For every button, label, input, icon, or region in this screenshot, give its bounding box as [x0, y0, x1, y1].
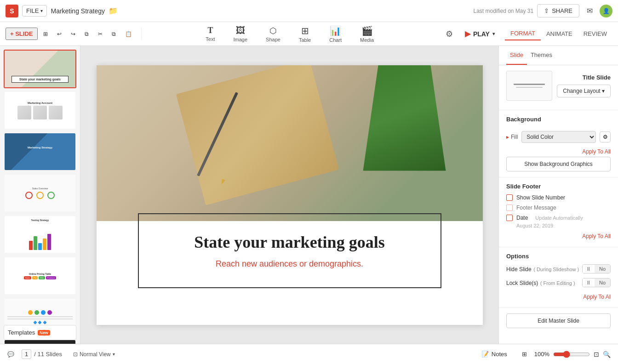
notes-icon: 📝 — [481, 351, 489, 358]
notes-button[interactable]: 📝 Notes — [481, 351, 507, 358]
tab-slide[interactable]: Slide — [506, 46, 527, 65]
edit-master-label: Edit Master Slide — [538, 318, 579, 324]
share-button[interactable]: ⇧ SHARE — [537, 4, 579, 17]
apply-to-all-bg-label: Apply To All — [582, 148, 611, 155]
zoom-controls: 100% ⊡ 🔍 — [534, 351, 611, 358]
slide-thumb-img-5: Testing Strategy — [5, 216, 75, 253]
add-slide-button[interactable]: + SLIDE — [6, 28, 38, 40]
view-mode-button[interactable]: ⊡ Normal View ▾ — [69, 349, 119, 359]
undo-button[interactable]: ↩ — [53, 29, 65, 39]
page-current[interactable]: 1 — [22, 349, 31, 359]
layout-name: Title Slide — [583, 74, 611, 81]
tab-themes[interactable]: Themes — [527, 46, 556, 65]
apply-to-ai-button[interactable]: Apply To AI — [506, 292, 611, 302]
comment-icon: 💬 — [7, 351, 14, 358]
media-tool[interactable]: 🎬 Media — [356, 23, 378, 45]
cut-button[interactable]: ✂ — [94, 29, 106, 39]
slide-subtitle: Reach new audiences or demographics. — [162, 259, 418, 269]
options-section: Options Hide Slide ( During Slideshow ) … — [499, 247, 618, 308]
avatar: 👤 — [600, 5, 612, 17]
toolbar-left-section: + SLIDE ⊞ ↩ ↪ ⧉ ✂ ⧉ 📋 — [0, 28, 142, 40]
slide-thumb-img-4: Sales Overview — [5, 175, 75, 211]
slide-thumbnail-6[interactable]: 6 Online Pricing Table Basic Pro Elite P… — [4, 256, 76, 295]
hide-slide-sub: ( During Slideshow ) — [533, 267, 579, 272]
settings-icon[interactable]: ⚙ — [444, 27, 455, 41]
apply-to-ai-label: Apply To AI — [583, 294, 611, 300]
file-menu-button[interactable]: FILE ▾ — [22, 5, 47, 17]
templates-button[interactable]: Templates New — [4, 325, 76, 340]
change-layout-button[interactable]: Change Layout ▾ — [557, 85, 611, 97]
lock-slide-toggle[interactable]: II No — [582, 278, 611, 287]
notes-label: Notes — [492, 351, 507, 358]
show-background-graphics-button[interactable]: Show Background Graphics — [506, 157, 611, 171]
table-label: Table — [299, 37, 311, 43]
tab-review[interactable]: REVIEW — [578, 27, 612, 40]
apply-to-all-footer-button[interactable]: Apply To All — [506, 231, 611, 241]
chart-label: Chart — [329, 37, 342, 43]
format-tabs: FORMAT ANIMATE REVIEW — [505, 27, 612, 40]
text-tool[interactable]: T Text — [202, 24, 218, 44]
zoom-percentage: 100% — [534, 351, 549, 358]
table-icon: ⊞ — [301, 25, 309, 36]
app-logo: S — [6, 5, 18, 17]
layout-view-button[interactable]: ⊞ — [40, 29, 52, 39]
date-checkbox[interactable] — [506, 215, 513, 221]
show-slide-number-checkbox[interactable] — [506, 194, 513, 201]
slide-canvas[interactable]: State your marketing goals Reach new aud… — [97, 65, 483, 325]
zoom-out-icon[interactable]: 🔍 — [603, 351, 611, 358]
copy-button[interactable]: ⧉ — [108, 29, 120, 39]
grid-view-button[interactable]: ⊞ — [522, 351, 527, 358]
slide-thumbnail-5[interactable]: 5 Testing Strategy — [4, 215, 76, 254]
footer-message-row — [506, 205, 611, 211]
fill-settings-icon[interactable]: ⚙ — [600, 131, 611, 142]
slide-thumb-img-8 — [5, 340, 75, 344]
footer-message-input[interactable] — [516, 205, 611, 211]
image-tool[interactable]: 🖼 Image — [230, 23, 252, 44]
zoom-fit-icon[interactable]: ⊡ — [594, 351, 599, 358]
date-row: Date Update Automatically — [506, 215, 611, 221]
media-label: Media — [360, 37, 374, 43]
text-label: Text — [206, 36, 215, 42]
shape-tool[interactable]: ⬡ Shape — [262, 24, 284, 44]
new-badge: New — [38, 330, 50, 336]
chart-tool[interactable]: 📊 Chart — [326, 23, 345, 45]
slide-thumbnail-3[interactable]: 3 Marketing Strategy — [4, 132, 76, 171]
add-slide-label: + SLIDE — [10, 30, 33, 37]
slide-thumbnail-2[interactable]: 2 Marketing Account — [4, 91, 76, 130]
footer-message-checkbox[interactable] — [506, 205, 513, 211]
tab-format[interactable]: FORMAT — [505, 27, 541, 40]
slide-thumbnail-4[interactable]: 4 Sales Overview — [4, 174, 76, 212]
hide-slide-toggle[interactable]: II No — [582, 264, 611, 273]
comment-button[interactable]: 💬 — [7, 351, 14, 358]
slide-background-image — [97, 65, 483, 221]
messages-icon[interactable]: ✉ — [583, 5, 596, 17]
slide-content-box[interactable]: State your marketing goals Reach new aud… — [138, 213, 441, 288]
play-button[interactable]: ▶ PLAY ▾ — [458, 27, 501, 41]
paste-button[interactable]: 📋 — [121, 29, 136, 39]
lock-slide-toggle-no[interactable]: No — [595, 279, 610, 287]
toolbar: + SLIDE ⊞ ↩ ↪ ⧉ ✂ ⧉ 📋 T Text 🖼 Image ⬡ S… — [0, 22, 618, 46]
redo-button[interactable]: ↪ — [67, 29, 79, 39]
fill-type-select[interactable]: Solid Color Gradient Image None — [521, 131, 596, 143]
fill-label: ▶ Fill — [506, 134, 518, 140]
duplicate-button[interactable]: ⧉ — [81, 29, 92, 39]
slide-title: State your marketing goals — [162, 233, 418, 252]
slide-thumbnail-1[interactable]: 1 State your marketing goals — [4, 50, 76, 88]
tab-animate[interactable]: ANIMATE — [541, 27, 578, 40]
hide-slide-toggle-ii[interactable]: II — [583, 265, 595, 273]
right-panel: Slide Themes Title Slide Change Layout ▾ — [498, 46, 618, 344]
apply-to-all-bg-button[interactable]: Apply To All — [506, 147, 611, 157]
edit-master-slide-button[interactable]: Edit Master Slide — [506, 313, 611, 328]
show-slide-number-label: Show Slide Number — [516, 194, 565, 201]
table-tool[interactable]: ⊞ Table — [295, 23, 315, 45]
date-note: August 22, 2019 — [506, 223, 611, 228]
play-triangle-icon: ▶ — [465, 29, 470, 38]
hide-slide-toggle-no[interactable]: No — [595, 265, 610, 273]
lock-slide-toggle-ii[interactable]: II — [583, 279, 595, 287]
background-section-title: Background — [506, 116, 541, 123]
grid-icon: ⊞ — [522, 351, 527, 358]
slide-thumb-img-3: Marketing Strategy — [5, 133, 75, 170]
toolbar-center-section: T Text 🖼 Image ⬡ Shape ⊞ Table 📊 Chart 🎬… — [142, 23, 438, 45]
date-auto-label: Update Automatically — [535, 215, 583, 221]
zoom-slider[interactable] — [553, 351, 590, 358]
